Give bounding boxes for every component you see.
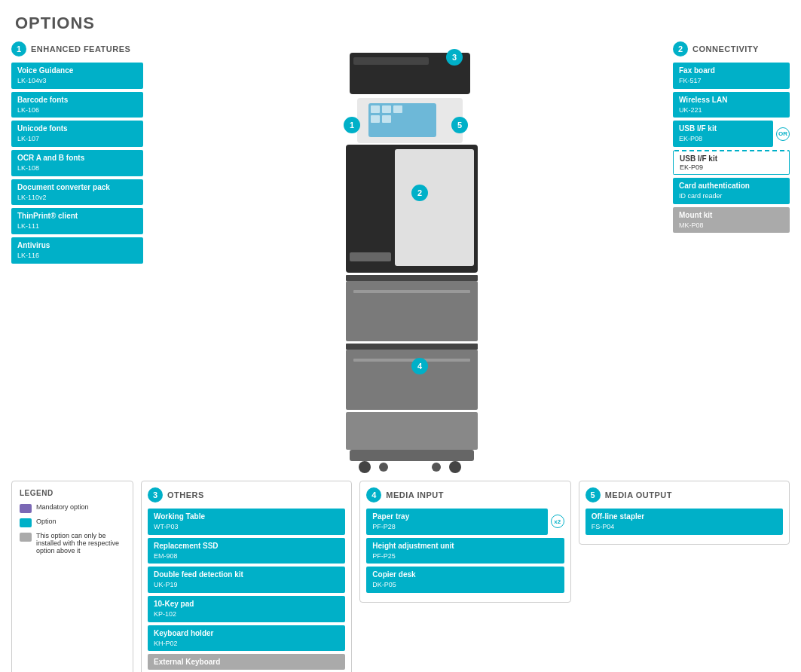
- enhanced-features-number: 1: [11, 41, 26, 57]
- others-inner: 3 OTHERS Working TableWT-P03 Replacement…: [141, 481, 352, 672]
- media-output-title: MEDIA OUTPUT: [605, 490, 672, 499]
- list-item[interactable]: Off-line staplerFS-P04: [585, 509, 783, 535]
- list-item[interactable]: External Keyboard: [148, 654, 345, 670]
- svg-rect-4: [371, 105, 380, 113]
- connectivity-header: 2 CONNECTIVITY: [673, 41, 790, 57]
- connectivity-number: 2: [673, 41, 688, 57]
- svg-rect-12: [350, 252, 391, 261]
- svg-point-24: [432, 463, 441, 472]
- svg-rect-11: [395, 149, 474, 266]
- usb-kit-row: USB I/F kitEK-P08 OR: [673, 121, 790, 147]
- others-title: OTHERS: [167, 490, 204, 499]
- legend-mandatory: Mandatory option: [20, 503, 125, 513]
- legend-mandatory-color: [20, 504, 32, 513]
- list-item[interactable]: Replacement SSDEM-908: [148, 538, 345, 564]
- printer-circle-3: 3: [446, 49, 463, 66]
- connectivity-title: CONNECTIVITY: [692, 44, 759, 53]
- svg-rect-6: [393, 105, 402, 113]
- others-number: 3: [148, 487, 163, 502]
- list-item[interactable]: Fax boardFK-517: [673, 63, 790, 89]
- svg-point-23: [379, 463, 388, 472]
- svg-rect-20: [350, 450, 474, 461]
- media-output-number: 5: [585, 487, 601, 502]
- legend-title: LEGEND: [20, 489, 125, 497]
- legend-option-color: [20, 518, 32, 527]
- legend-conditional-label: This option can only be installed with t…: [36, 532, 125, 554]
- list-item[interactable]: Working TableWT-P03: [148, 509, 345, 535]
- list-item[interactable]: AntivirusLK-116: [11, 237, 143, 264]
- others-header: 3 OTHERS: [148, 487, 345, 502]
- list-item[interactable]: Document converter packLK-110v2: [11, 179, 143, 206]
- list-item[interactable]: ThinPrint® clientLK-111: [11, 208, 143, 234]
- media-input-section: 4 MEDIA INPUT Paper trayPF-P28 x2 Height…: [359, 481, 570, 672]
- list-item[interactable]: USB I/F kitEK-P09: [673, 150, 790, 175]
- list-item[interactable]: USB I/F kitEK-P08: [673, 121, 773, 147]
- enhanced-features-panel: 1 ENHANCED FEATURES Voice GuidanceLK-104…: [11, 41, 143, 267]
- enhanced-features-list: Voice GuidanceLK-104v3 Barcode fontsLK-1…: [11, 63, 143, 264]
- media-input-number: 4: [366, 487, 381, 502]
- svg-rect-13: [346, 275, 478, 281]
- svg-rect-8: [382, 115, 391, 123]
- legend-conditional-color: [20, 533, 32, 542]
- media-input-inner: 4 MEDIA INPUT Paper trayPF-P28 x2 Height…: [359, 481, 570, 603]
- list-item[interactable]: Paper trayPF-P28: [366, 509, 547, 535]
- printer-circle-4: 4: [411, 358, 428, 374]
- media-input-header: 4 MEDIA INPUT: [366, 487, 564, 502]
- printer-circle-1: 1: [344, 117, 360, 133]
- or-badge: OR: [776, 127, 790, 141]
- printer-circle-2: 2: [411, 185, 428, 201]
- x2-badge: x2: [551, 515, 564, 528]
- printer-svg: [327, 30, 493, 475]
- printer-container: 1 2 3 4 5: [327, 30, 493, 475]
- svg-rect-18: [353, 359, 470, 362]
- legend-conditional: This option can only be installed with t…: [20, 532, 125, 554]
- others-section: 3 OTHERS Working TableWT-P03 Replacement…: [141, 481, 352, 672]
- svg-point-22: [449, 461, 461, 473]
- media-output-inner: 5 MEDIA OUTPUT Off-line staplerFS-P04: [579, 481, 790, 545]
- list-item[interactable]: Copier deskDK-P05: [366, 567, 564, 593]
- media-output-section: 5 MEDIA OUTPUT Off-line staplerFS-P04: [579, 481, 790, 672]
- svg-rect-16: [346, 344, 478, 350]
- list-item[interactable]: Wireless LANUK-221: [673, 92, 790, 118]
- list-item[interactable]: Voice GuidanceLK-104v3: [11, 63, 143, 89]
- svg-rect-15: [353, 290, 470, 293]
- legend-option-label: Option: [36, 518, 57, 525]
- media-input-title: MEDIA INPUT: [386, 490, 444, 499]
- media-output-header: 5 MEDIA OUTPUT: [585, 487, 783, 502]
- svg-rect-19: [346, 412, 478, 450]
- enhanced-features-header: 1 ENHANCED FEATURES: [11, 41, 143, 57]
- list-item[interactable]: Double feed detection kitUK-P19: [148, 567, 345, 593]
- paper-tray-row: Paper trayPF-P28 x2: [366, 509, 564, 535]
- legend-mandatory-label: Mandatory option: [36, 503, 89, 511]
- printer-image-area: 1 2 3 4 5: [158, 30, 662, 475]
- list-item[interactable]: Barcode fontsLK-106: [11, 92, 143, 118]
- svg-point-21: [359, 461, 371, 473]
- connectivity-list: Fax boardFK-517 Wireless LANUK-221 USB I…: [673, 63, 790, 233]
- svg-rect-7: [371, 115, 380, 123]
- svg-rect-5: [382, 105, 391, 113]
- list-item[interactable]: Card authenticationID card reader: [673, 178, 790, 204]
- enhanced-features-title: ENHANCED FEATURES: [31, 44, 130, 53]
- svg-rect-1: [353, 57, 429, 65]
- legend-box: LEGEND Mandatory option Option This opti…: [11, 481, 133, 672]
- connectivity-panel: 2 CONNECTIVITY Fax boardFK-517 Wireless …: [673, 41, 790, 236]
- bottom-area: LEGEND Mandatory option Option This opti…: [0, 481, 801, 672]
- legend-option: Option: [20, 518, 125, 527]
- list-item[interactable]: Mount kitMK-P08: [673, 207, 790, 234]
- list-item[interactable]: OCR A and B fontsLK-108: [11, 150, 143, 176]
- list-item[interactable]: Keyboard holderKH-P02: [148, 625, 345, 652]
- list-item[interactable]: Height adjustment unitPF-P25: [366, 538, 564, 564]
- list-item[interactable]: Unicode fontsLK-107: [11, 121, 143, 147]
- list-item[interactable]: 10-Key padKP-102: [148, 596, 345, 622]
- printer-circle-5: 5: [451, 117, 468, 133]
